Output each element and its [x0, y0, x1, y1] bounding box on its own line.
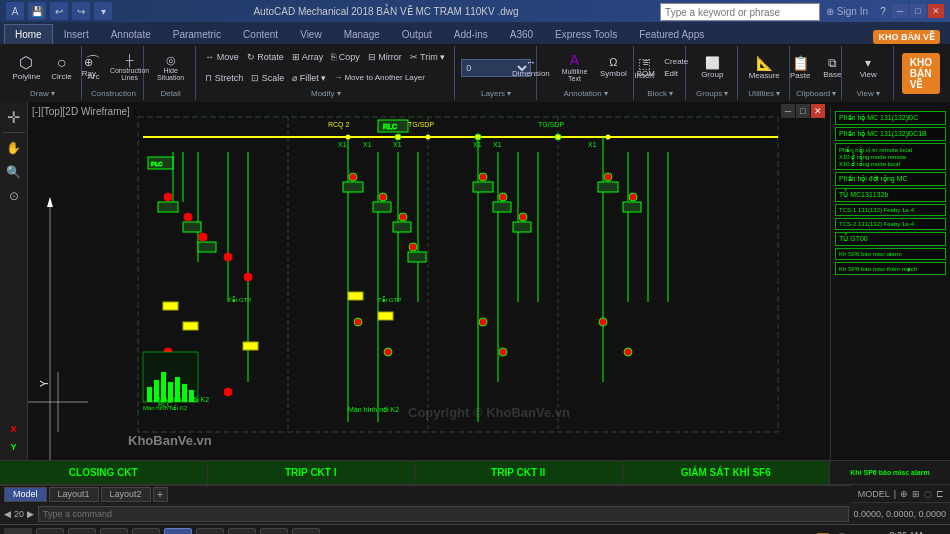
paste-btn[interactable]: 📋Paste	[785, 54, 815, 82]
tab-annotate[interactable]: Annotate	[100, 24, 162, 44]
polyline-btn[interactable]: ⬡Polyline	[8, 53, 44, 83]
panel-item-8: TỦ GT00	[835, 232, 946, 246]
more-quick-btn[interactable]: ▾	[94, 2, 112, 20]
search-taskbar-btn[interactable]: 🔍	[36, 528, 64, 535]
svg-rect-46	[348, 292, 363, 300]
array-btn[interactable]: ⊞ Array	[289, 51, 327, 63]
svg-rect-52	[473, 182, 493, 192]
svg-point-68	[599, 318, 607, 326]
panel-item-1: Phần hộ MC 131(132)ĐC	[835, 111, 946, 125]
command-line[interactable]	[38, 506, 849, 522]
redo-quick-btn[interactable]: ↪	[72, 2, 90, 20]
panel-item-10: Kh SP6 báo misc thêm mạch	[835, 262, 946, 275]
edit-block-btn[interactable]: Edit	[661, 68, 691, 79]
canvas-area[interactable]: [-][Top][2D Wireframe] RLC	[28, 102, 950, 460]
tab-featured[interactable]: Featured Apps	[628, 24, 715, 44]
autocad-icon[interactable]: A	[6, 2, 24, 20]
zoom-tool-btn[interactable]: 🔍	[3, 161, 25, 183]
acrobat-btn[interactable]: A	[292, 528, 320, 535]
mirror-btn[interactable]: ⊟ Mirror	[365, 51, 405, 63]
base-btn[interactable]: ⧉Base	[817, 55, 847, 81]
grid-btn[interactable]: ⊞	[912, 489, 920, 499]
tab-a360[interactable]: A360	[499, 24, 544, 44]
move-layer-btn[interactable]: → Move to Another Layer	[331, 72, 428, 83]
save-quick-btn[interactable]: 💾	[28, 2, 46, 20]
block-label: Block ▾	[647, 87, 673, 98]
rotate-btn[interactable]: ↻ Rotate	[244, 51, 287, 63]
status-right: MODEL | ⊕ ⊞ ◌ ⊏	[852, 489, 950, 499]
maximize-btn[interactable]: □	[910, 4, 926, 18]
tab-parametric[interactable]: Parametric	[162, 24, 232, 44]
cmd-pos: 20	[14, 509, 24, 519]
ps-btn[interactable]: Ps	[260, 528, 288, 535]
tab-express[interactable]: Express Tools	[544, 24, 628, 44]
search-box[interactable]	[660, 3, 820, 21]
measure-btn[interactable]: 📐Measure	[745, 54, 784, 82]
trim-btn[interactable]: ✂ Trim ▾	[407, 51, 449, 63]
start-button[interactable]: ⊞	[4, 528, 32, 535]
line-btn[interactable]: ╱Line	[0, 53, 6, 83]
tab-layout1[interactable]: Layout1	[49, 487, 99, 502]
fillet-btn[interactable]: ⌀ Fillet ▾	[289, 72, 329, 84]
taskbar: ⊞ 🔍 ⊟ e 📁 A W 🌐 Ps A △ 📶 🔊 ENG 9:26 AM 1…	[0, 524, 950, 534]
scale-btn[interactable]: ⊡ Scale	[248, 72, 287, 84]
viewport-controls: ─ □ ✕	[781, 104, 825, 118]
prev-btn[interactable]: ◀	[4, 509, 11, 519]
panel-item-5: TỦ MC131132b	[835, 188, 946, 202]
snap-btn[interactable]: ◌	[924, 489, 932, 499]
stretch-btn[interactable]: ⊓ Stretch	[202, 72, 246, 84]
next-btn[interactable]: ▶	[27, 509, 34, 519]
dimension-btn[interactable]: ↔Dimension	[511, 55, 552, 80]
group-btn[interactable]: ⬜Group	[697, 55, 727, 81]
explorer-btn[interactable]: 📁	[132, 528, 160, 535]
ray-btn[interactable]: ⊕Ray	[74, 55, 104, 80]
view-btn[interactable]: ▾View	[853, 55, 883, 81]
command-input[interactable]	[43, 509, 844, 519]
svg-point-42	[399, 213, 407, 221]
minimize-btn[interactable]: ─	[892, 4, 908, 18]
tab-home[interactable]: Home	[4, 24, 53, 44]
view-buttons: ▾View	[853, 48, 883, 87]
copy-btn[interactable]: ⎘ Copy	[328, 51, 363, 63]
signin-btn[interactable]: ⊕ Sign In	[826, 6, 868, 17]
move-btn[interactable]: ↔ Move	[202, 51, 242, 63]
tab-insert[interactable]: Insert	[53, 24, 100, 44]
edge-btn[interactable]: e	[100, 528, 128, 535]
ribbon-group-block: ⬚Insert Create Edit Block ▾	[636, 46, 686, 100]
taskview-btn[interactable]: ⊟	[68, 528, 96, 535]
undo-quick-btn[interactable]: ↩	[50, 2, 68, 20]
svg-point-59	[499, 348, 507, 356]
tab-content[interactable]: Content	[232, 24, 289, 44]
add-tab-btn[interactable]: +	[153, 487, 168, 502]
close-viewport-btn[interactable]: ✕	[811, 104, 825, 118]
tab-manage[interactable]: Manage	[333, 24, 391, 44]
circle-btn[interactable]: ○Circle	[46, 53, 76, 83]
svg-point-25	[244, 273, 252, 281]
svg-rect-53	[493, 202, 511, 212]
symbol-btn[interactable]: ΩSymbol	[598, 55, 629, 80]
pan-tool-btn[interactable]: ✋	[3, 137, 25, 159]
ortho-btn[interactable]: ⊏	[936, 489, 944, 499]
create-block-btn[interactable]: Create	[661, 56, 691, 67]
closing-ckt-label: CLOSING CKT	[0, 461, 208, 484]
chrome-btn[interactable]: 🌐	[228, 528, 256, 535]
maximize-viewport-btn[interactable]: □	[796, 104, 810, 118]
construction-label: Construction	[91, 87, 136, 98]
tab-addins[interactable]: Add-ins	[443, 24, 499, 44]
tab-output[interactable]: Output	[391, 24, 443, 44]
word-btn[interactable]: W	[196, 528, 224, 535]
svg-point-56	[499, 193, 507, 201]
tab-layout2[interactable]: Layout2	[101, 487, 151, 502]
close-btn[interactable]: ✕	[928, 4, 944, 18]
insert-block-btn[interactable]: ⬚Insert	[629, 54, 659, 82]
multiline-text-btn[interactable]: AMultiline Text	[553, 51, 596, 84]
hide-situation-btn[interactable]: ◎Hide Situation	[150, 53, 191, 83]
help-btn[interactable]: ?	[874, 2, 892, 20]
tab-view[interactable]: View	[289, 24, 333, 44]
autocad-taskbar-btn[interactable]: A	[164, 528, 192, 535]
minimize-viewport-btn[interactable]: ─	[781, 104, 795, 118]
search-input[interactable]	[661, 7, 819, 18]
orbit-tool-btn[interactable]: ⊙	[3, 185, 25, 207]
tab-model[interactable]: Model	[4, 487, 47, 502]
panel-item-4: Phần hội đớt rộng MC	[835, 172, 946, 186]
